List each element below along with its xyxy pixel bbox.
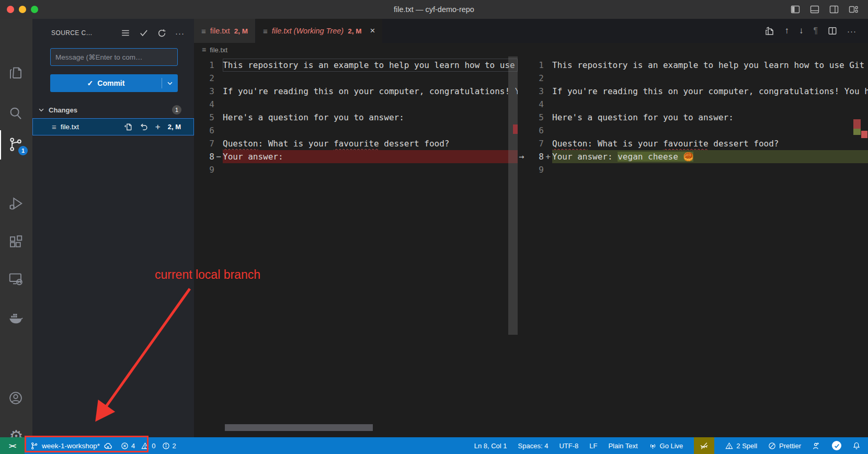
screencast-off-button[interactable]: [694, 437, 714, 454]
source-control-title: SOURCE C…: [51, 29, 93, 37]
check-badge-icon[interactable]: [832, 441, 841, 450]
tab-file-txt[interactable]: ≡ file.txt 2, M: [194, 19, 255, 43]
window-title: file.txt — cyf-demo-repo: [0, 0, 868, 19]
code-text: This repository is an example to help yo…: [223, 59, 518, 72]
changes-label: Changes: [49, 106, 77, 114]
commit-message-input[interactable]: [50, 48, 178, 66]
code-text: If you're reading this on your computer,…: [552, 85, 868, 98]
explorer-icon[interactable]: [8, 65, 25, 82]
customize-layout-icon[interactable]: [848, 4, 859, 15]
overview-ruler-removed-mark: [853, 119, 861, 129]
remote-window-indicator[interactable]: ><: [0, 437, 25, 454]
open-changes-icon[interactable]: [764, 26, 774, 36]
diff-sign: [214, 98, 223, 111]
diff-original-pane[interactable]: 1This repository is an example to help y…: [194, 56, 518, 437]
line-number: 3: [194, 85, 214, 98]
diff-line: 2: [518, 72, 868, 85]
discard-changes-icon[interactable]: [140, 122, 149, 131]
code-text: [223, 124, 518, 137]
toggle-secondary-sidebar-icon[interactable]: [829, 4, 839, 15]
diff-line: 7Queston: What is your favourite dessert…: [194, 137, 518, 150]
whitespace-pilcrow-icon[interactable]: ¶: [813, 26, 818, 36]
language-mode[interactable]: Plain Text: [608, 442, 637, 450]
tab-file-txt-working-tree[interactable]: ≡ file.txt (Working Tree) 2, M ×: [256, 19, 382, 43]
diff-modified-pane[interactable]: 1This repository is an example to help y…: [518, 56, 868, 437]
previous-change-arrow-icon[interactable]: ↑: [784, 26, 789, 36]
close-tab-icon[interactable]: ×: [370, 26, 375, 36]
source-control-sidebar: SOURCE C… ··· ✓ Commit Changes: [32, 19, 194, 437]
check-icon: ✓: [87, 79, 94, 87]
line-number: 5: [194, 111, 214, 124]
encoding-setting[interactable]: UTF-8: [559, 442, 578, 450]
go-live-button[interactable]: Go Live: [649, 442, 683, 450]
annotation-label: current local branch: [155, 268, 260, 282]
file-modified-decoration: 2, M: [168, 123, 181, 131]
diff-line: 1This repository is an example to help y…: [194, 59, 518, 72]
toggle-primary-sidebar-icon[interactable]: [790, 4, 801, 15]
file-icon: ≡: [201, 27, 206, 36]
view-as-list-icon[interactable]: [121, 28, 130, 38]
docker-icon[interactable]: [8, 310, 25, 326]
warning-icon: [725, 442, 733, 450]
changes-section-header[interactable]: Changes 1: [32, 103, 194, 117]
more-actions-icon[interactable]: ···: [847, 27, 856, 36]
spell-checker-button[interactable]: 2 Spell: [725, 442, 757, 450]
remote-explorer-icon[interactable]: [8, 271, 25, 288]
accounts-icon[interactable]: [8, 390, 25, 407]
changed-file-name: file.txt: [61, 123, 79, 131]
vertical-scrollbar[interactable]: [508, 56, 518, 335]
next-change-arrow-icon[interactable]: ↓: [799, 26, 804, 36]
run-debug-icon[interactable]: [8, 196, 25, 212]
changed-file-row[interactable]: ≡ file.txt + 2, M: [32, 118, 194, 135]
diff-line: 6: [518, 124, 868, 137]
toggle-panel-icon[interactable]: [809, 4, 820, 15]
diff-sign: [544, 59, 552, 72]
code-text: [223, 98, 518, 111]
cursor-position[interactable]: Ln 8, Col 1: [474, 442, 507, 450]
commit-dropdown-chevron-icon[interactable]: [162, 80, 178, 87]
code-text: This repository is an example to help yo…: [552, 59, 868, 72]
warning-count: 0: [152, 442, 155, 450]
prettier-button[interactable]: Prettier: [768, 442, 801, 450]
search-icon[interactable]: [8, 105, 25, 122]
vscode-window: { "titlebar": { "title": "file.txt — cyf…: [0, 0, 868, 454]
bell-icon[interactable]: [852, 441, 861, 450]
more-actions-icon[interactable]: ···: [175, 29, 185, 38]
feedback-person-icon[interactable]: [812, 441, 821, 450]
line-number: 1: [518, 59, 544, 72]
changes-count-badge: 1: [172, 105, 181, 115]
code-text: Queston: What is your favourite dessert …: [223, 137, 518, 150]
code-text: [552, 98, 868, 111]
line-number: 8: [194, 150, 214, 163]
diff-sign: [544, 111, 552, 124]
diff-sign: [544, 137, 552, 150]
breadcrumb-file: file.txt: [210, 46, 227, 54]
extensions-icon[interactable]: [8, 234, 25, 251]
commit-button[interactable]: ✓ Commit: [50, 74, 178, 92]
eol-setting[interactable]: LF: [589, 442, 597, 450]
code-text: [223, 163, 518, 176]
commit-check-icon[interactable]: [139, 28, 149, 38]
eye-closed-icon: [700, 441, 709, 450]
refresh-icon[interactable]: [157, 29, 166, 38]
code-text: [552, 124, 868, 137]
tab-decoration: 2, M: [234, 27, 248, 35]
open-file-icon[interactable]: [124, 122, 133, 131]
indentation-setting[interactable]: Spaces: 4: [518, 442, 549, 450]
diff-line: 8−Your answer:: [194, 150, 518, 163]
line-number: 9: [518, 163, 544, 176]
code-text: Your answer: vegan cheese 🥮: [552, 150, 868, 163]
horizontal-scrollbar[interactable]: [225, 424, 373, 431]
split-editor-icon[interactable]: [828, 26, 837, 36]
code-text: [552, 72, 868, 85]
source-control-icon[interactable]: 1: [8, 137, 25, 153]
diff-sign: [544, 124, 552, 137]
broadcast-icon: [649, 442, 657, 450]
commit-button-label: Commit: [97, 79, 124, 87]
stage-changes-plus-icon[interactable]: +: [155, 123, 161, 131]
diff-sign: [214, 137, 223, 150]
diff-sign: [214, 85, 223, 98]
diff-line: 5Here's a question for you to answer:: [194, 111, 518, 124]
breadcrumb[interactable]: ≡ file.txt: [194, 43, 868, 56]
code-text: Here's a question for you to answer:: [552, 111, 868, 124]
